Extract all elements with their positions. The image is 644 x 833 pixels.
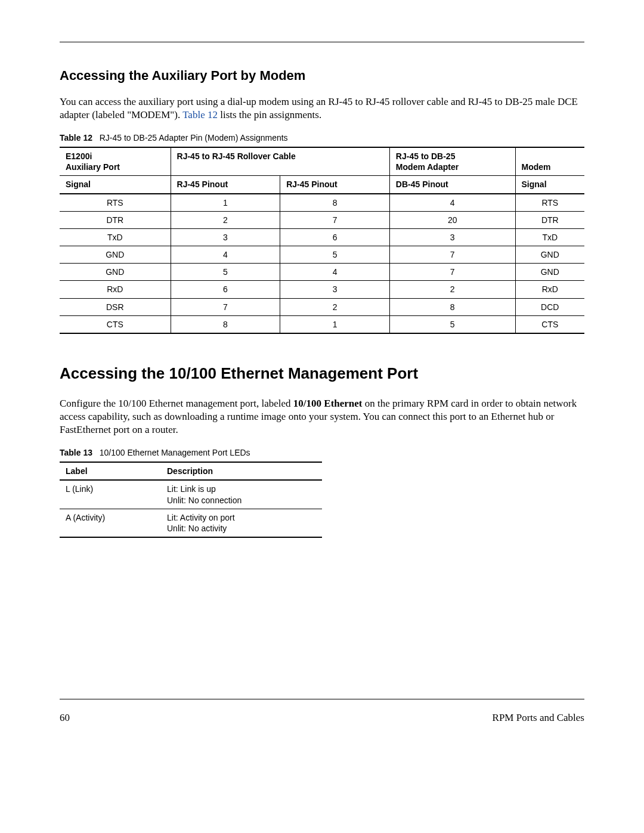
table-cell: 2 xyxy=(171,211,280,228)
table-cell: GND xyxy=(60,264,171,281)
table-cell: TxD xyxy=(60,228,171,246)
table12: E1200iAuxiliary Port RJ-45 to RJ-45 Roll… xyxy=(60,147,584,334)
table13-title: 10/100 Ethernet Management Port LEDs xyxy=(100,448,250,457)
table-cell: GND xyxy=(515,264,584,281)
table-cell: 5 xyxy=(389,315,515,333)
paragraph-aux-port: You can access the auxiliary port using … xyxy=(60,95,584,122)
table-cell: GND xyxy=(60,246,171,264)
bottom-divider xyxy=(60,699,584,699)
table-cell: 7 xyxy=(280,211,390,228)
page-footer: 60 RPM Ports and Cables xyxy=(60,711,584,724)
table-cell: 7 xyxy=(171,298,280,315)
t12-h2-signal2: Signal xyxy=(515,176,584,194)
table12-title: RJ-45 to DB-25 Adapter Pin (Modem) Assig… xyxy=(100,133,288,143)
t12-h-modem: Modem xyxy=(515,147,584,176)
table-cell: 4 xyxy=(171,246,280,264)
table-cell: DCD xyxy=(515,298,584,315)
table-cell: 2 xyxy=(389,281,515,298)
table-cell: DTR xyxy=(515,211,584,228)
table-cell: DTR xyxy=(60,211,171,228)
table-cell: 8 xyxy=(171,315,280,333)
table-cell: Lit: Link is upUnlit: No connection xyxy=(161,480,322,509)
table-cell: A (Activity) xyxy=(60,509,161,537)
table-cell: 3 xyxy=(389,228,515,246)
table-cell: CTS xyxy=(515,315,584,333)
table-cell: 7 xyxy=(389,246,515,264)
t13-h-desc: Description xyxy=(161,462,322,480)
table-cell: 7 xyxy=(389,264,515,281)
t13-h-label: Label xyxy=(60,462,161,480)
top-divider xyxy=(60,42,584,42)
table-cell: RxD xyxy=(515,281,584,298)
table-cell: 2 xyxy=(280,298,390,315)
table-cell: 5 xyxy=(280,246,390,264)
table-cell: L (Link) xyxy=(60,480,161,509)
table-cell: 5 xyxy=(171,264,280,281)
table-cell: RTS xyxy=(515,194,584,212)
paragraph-ethernet: Configure the 10/100 Ethernet management… xyxy=(60,397,584,436)
section-heading-ethernet: Accessing the 10/100 Ethernet Management… xyxy=(60,364,584,384)
t12-h-aux: E1200iAuxiliary Port xyxy=(60,147,171,176)
table-cell: 1 xyxy=(171,194,280,212)
table-cell: 1 xyxy=(280,315,390,333)
table13-caption: Table 13 10/100 Ethernet Management Port… xyxy=(60,447,584,458)
section-heading-aux-port: Accessing the Auxiliary Port by Modem xyxy=(60,67,584,85)
para2-bold: 10/100 Ethernet xyxy=(293,398,363,409)
table-cell: DSR xyxy=(60,298,171,315)
table12-caption: Table 12 RJ-45 to DB-25 Adapter Pin (Mod… xyxy=(60,132,584,143)
table-cell: 6 xyxy=(280,228,390,246)
table12-link[interactable]: Table 12 xyxy=(182,109,218,120)
table-cell: 6 xyxy=(171,281,280,298)
para1-text-b: lists the pin assignments. xyxy=(218,109,321,120)
para2-text-a: Configure the 10/100 Ethernet management… xyxy=(60,398,293,409)
table-cell: 8 xyxy=(389,298,515,315)
table12-label: Table 12 xyxy=(60,133,92,143)
t12-h2-rj1: RJ-45 Pinout xyxy=(171,176,280,194)
t12-h2-db: DB-45 Pinout xyxy=(389,176,515,194)
t12-h-rollover: RJ-45 to RJ-45 Rollover Cable xyxy=(171,147,389,176)
t12-h2-signal1: Signal xyxy=(60,176,171,194)
table13-label: Table 13 xyxy=(60,448,92,457)
table-cell: CTS xyxy=(60,315,171,333)
table-cell: 3 xyxy=(171,228,280,246)
table13: Label Description L (Link) Lit: Link is … xyxy=(60,462,322,538)
table-cell: 20 xyxy=(389,211,515,228)
t12-h-adapter: RJ-45 to DB-25Modem Adapter xyxy=(389,147,515,176)
table-cell: TxD xyxy=(515,228,584,246)
footer-title: RPM Ports and Cables xyxy=(493,711,584,724)
table-cell: 3 xyxy=(280,281,390,298)
table-cell: Lit: Activity on portUnlit: No activity xyxy=(161,509,322,537)
table-cell: 4 xyxy=(389,194,515,212)
table-cell: GND xyxy=(515,246,584,264)
t12-h2-rj2: RJ-45 Pinout xyxy=(280,176,390,194)
table-cell: RTS xyxy=(60,194,171,212)
table-cell: RxD xyxy=(60,281,171,298)
page-number: 60 xyxy=(60,711,70,724)
table-cell: 4 xyxy=(280,264,390,281)
table-cell: 8 xyxy=(280,194,390,212)
